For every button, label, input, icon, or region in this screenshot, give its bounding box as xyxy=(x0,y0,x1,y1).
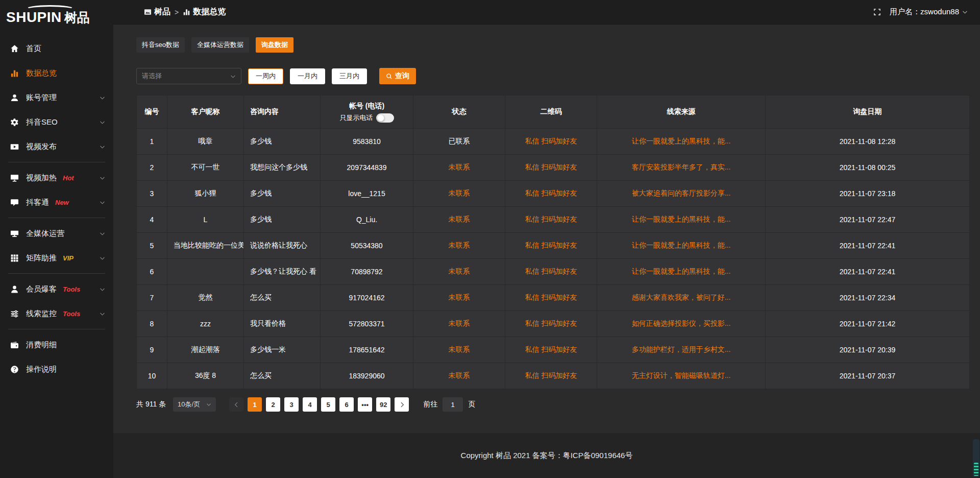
range-button-一月内[interactable]: 一月内 xyxy=(290,68,325,84)
cell-account: 178651642 xyxy=(321,337,413,363)
query-button-label: 查询 xyxy=(395,71,409,81)
range-buttons: 一周内一月内三月内 xyxy=(241,68,367,84)
page-number-button-2[interactable]: 2 xyxy=(266,397,280,412)
cell-content: 我想问这个多少钱 xyxy=(244,155,321,181)
prev-page-button[interactable] xyxy=(229,397,243,412)
grid-icon xyxy=(10,253,19,262)
chevron-down-icon xyxy=(100,311,105,317)
breadcrumb: 树品 > 数据总览 xyxy=(144,7,226,17)
cell-qrcode-link[interactable]: 私信 扫码加好友 xyxy=(505,337,597,363)
sidebar-item-线索监控[interactable]: 线索监控 Tools xyxy=(0,301,113,326)
col-header-content: 咨询内容 xyxy=(244,95,321,129)
sidebar-item-账号管理[interactable]: 账号管理 xyxy=(0,85,113,110)
cell-source-link[interactable]: 让你一眼就爱上的黑科技，能... xyxy=(597,129,766,155)
main-area: 树品 > 数据总览 用户名：zswodun88 抖音seo数据全媒体运营数据询盘… xyxy=(113,0,980,478)
col-header-qrcode: 二维码 xyxy=(505,95,597,129)
range-button-一周内[interactable]: 一周内 xyxy=(248,68,283,84)
tab-抖音seo数据[interactable]: 抖音seo数据 xyxy=(136,37,185,53)
page-number-button-3[interactable]: 3 xyxy=(284,397,299,412)
goto-label: 前往 xyxy=(423,400,437,409)
cell-content: 怎么买 xyxy=(244,363,321,389)
query-button[interactable]: 查询 xyxy=(379,68,416,84)
chevron-down-icon xyxy=(100,286,105,292)
sidebar-item-矩阵助推[interactable]: 矩阵助推 VIP xyxy=(0,246,113,270)
cell-source-link[interactable]: 让你一眼就爱上的黑科技，能... xyxy=(597,259,766,285)
sidebar-item-全媒体运营[interactable]: 全媒体运营 xyxy=(0,221,113,246)
page-number-button-6[interactable]: 6 xyxy=(339,397,354,412)
sidebar-item-badge: Tools xyxy=(63,310,80,318)
cell-source-link[interactable]: 多功能护栏灯，适用于乡村文... xyxy=(597,337,766,363)
sidebar-item-数据总览[interactable]: 数据总览 xyxy=(0,61,113,85)
cell-nickname: 36度 8 xyxy=(167,363,244,389)
range-button-三月内[interactable]: 三月内 xyxy=(332,68,367,84)
sidebar-item-抖客通[interactable]: 抖客通 New xyxy=(0,190,113,214)
sidebar-item-视频加热[interactable]: 视频加热 Hot xyxy=(0,165,113,190)
page-number-button-92[interactable]: 92 xyxy=(376,397,390,412)
cell-nickname: 潮起潮落 xyxy=(167,337,244,363)
cell-qrcode-link[interactable]: 私信 扫码加好友 xyxy=(505,259,597,285)
breadcrumb-item-data-overview[interactable]: 数据总览 xyxy=(183,7,226,17)
account-select[interactable]: 请选择 xyxy=(136,68,241,84)
table-row: 10 36度 8 怎么买 183929060 未联系 私信 扫码加好友 无主灯设… xyxy=(137,363,970,389)
cell-qrcode-link[interactable]: 私信 扫码加好友 xyxy=(505,155,597,181)
phone-only-toggle[interactable] xyxy=(376,113,394,123)
cell-account: 2097344839 xyxy=(321,155,413,181)
col-header-account: 帐号 (电话) 只显示电话 xyxy=(321,95,413,129)
sidebar-item-label: 全媒体运营 xyxy=(26,229,64,238)
sidebar-item-badge: VIP xyxy=(63,254,74,262)
sidebar-item-首页[interactable]: 首页 xyxy=(0,36,113,61)
chevron-down-icon xyxy=(230,74,236,79)
sidebar-item-消费明细[interactable]: 消费明细 xyxy=(0,332,113,357)
sidebar-item-视频发布[interactable]: 视频发布 xyxy=(0,134,113,159)
cell-content: 说说价格让我死心 xyxy=(244,233,321,259)
fullscreen-icon[interactable] xyxy=(873,8,881,16)
cell-content: 我只看价格 xyxy=(244,311,321,337)
cell-source-link[interactable]: 无主灯设计，智能磁吸轨道灯... xyxy=(597,363,766,389)
page-number-button-1[interactable]: 1 xyxy=(248,397,262,412)
cell-source-link[interactable]: 被大家追着问的客厅投影分享... xyxy=(597,181,766,207)
cell-qrcode-link[interactable]: 私信 扫码加好友 xyxy=(505,285,597,311)
menu-divider xyxy=(8,218,105,218)
cell-source-link[interactable]: 如何正确选择投影仪，买投影... xyxy=(597,311,766,337)
monitor-icon xyxy=(10,229,19,238)
sidebar-item-badge: Tools xyxy=(63,285,80,293)
cell-qrcode-link[interactable]: 私信 扫码加好友 xyxy=(505,311,597,337)
next-page-button[interactable] xyxy=(395,397,409,412)
cell-source-link[interactable]: 让你一眼就爱上的黑科技，能... xyxy=(597,233,766,259)
user-menu[interactable]: 用户名：zswodun88 xyxy=(890,7,968,17)
sidebar-item-会员爆客[interactable]: 会员爆客 Tools xyxy=(0,277,113,301)
goto-page-input[interactable] xyxy=(443,397,463,412)
breadcrumb-item-shupin[interactable]: 树品 xyxy=(144,7,170,17)
cell-status: 未联系 xyxy=(413,311,505,337)
cell-id: 7 xyxy=(137,285,167,311)
sidebar: SHUPIN 树品 首页 数据总览 账号管理 抖音SEO 视频发布 视频加热 H… xyxy=(0,0,113,478)
table-row: 3 狐小狸 多少钱 love__1215 未联系 私信 扫码加好友 被大家追着问… xyxy=(137,181,970,207)
cell-source-link[interactable]: 感谢大家喜欢我家，被问了好... xyxy=(597,285,766,311)
floating-widget[interactable] xyxy=(973,439,979,477)
cell-qrcode-link[interactable]: 私信 扫码加好友 xyxy=(505,181,597,207)
sidebar-item-操作说明[interactable]: 操作说明 xyxy=(0,357,113,381)
home-icon xyxy=(10,44,19,53)
cell-qrcode-link[interactable]: 私信 扫码加好友 xyxy=(505,363,597,389)
arrow-left-icon xyxy=(234,402,239,408)
sidebar-item-抖音SEO[interactable]: 抖音SEO xyxy=(0,110,113,134)
tab-全媒体运营数据[interactable]: 全媒体运营数据 xyxy=(191,37,249,53)
more-pages-button[interactable]: ••• xyxy=(358,397,372,412)
tab-询盘数据[interactable]: 询盘数据 xyxy=(256,37,293,53)
total-count-label: 共 911 条 xyxy=(136,400,166,409)
chevron-down-icon xyxy=(100,95,105,101)
cell-status: 已联系 xyxy=(413,129,505,155)
page-number-button-5[interactable]: 5 xyxy=(321,397,335,412)
cell-qrcode-link[interactable]: 私信 扫码加好友 xyxy=(505,207,597,233)
chevron-down-icon xyxy=(100,119,105,125)
page-number-button-4[interactable]: 4 xyxy=(303,397,317,412)
cell-account: 9583810 xyxy=(321,129,413,155)
col-header-id: 编号 xyxy=(137,95,167,129)
cell-qrcode-link[interactable]: 私信 扫码加好友 xyxy=(505,233,597,259)
cell-qrcode-link[interactable]: 私信 扫码加好友 xyxy=(505,129,597,155)
chevron-down-icon xyxy=(100,200,105,205)
cell-source-link[interactable]: 客厅安装投影半年多了，真实... xyxy=(597,155,766,181)
cell-nickname: 当地比较能吃的一位美女 xyxy=(167,233,244,259)
cell-source-link[interactable]: 让你一眼就爱上的黑科技，能... xyxy=(597,207,766,233)
page-size-select[interactable]: 10条/页 xyxy=(173,397,216,412)
